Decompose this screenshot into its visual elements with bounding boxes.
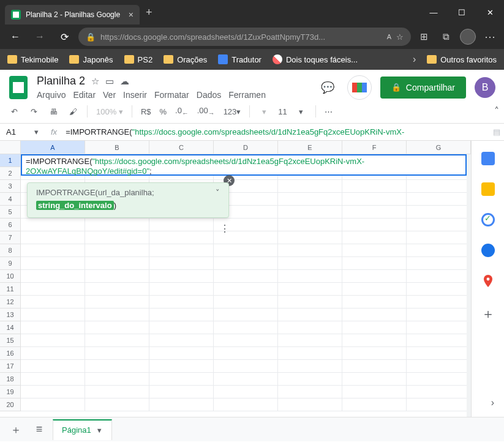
undo-button[interactable]: ↶ bbox=[6, 103, 22, 119]
cell[interactable] bbox=[342, 270, 407, 283]
row-header[interactable]: 5 bbox=[0, 206, 21, 219]
cell[interactable] bbox=[342, 347, 407, 360]
row-header[interactable]: 11 bbox=[0, 283, 21, 296]
cell[interactable] bbox=[214, 244, 278, 257]
bookmark-tradutor[interactable]: Tradutor bbox=[216, 54, 264, 64]
browser-menu-button[interactable]: ⋯ bbox=[481, 28, 499, 46]
cell[interactable] bbox=[214, 360, 278, 373]
menu-inserir[interactable]: Inserir bbox=[123, 90, 147, 100]
toolbar-more-button[interactable]: ⋯ bbox=[322, 107, 336, 116]
row-header[interactable]: 16 bbox=[0, 347, 21, 360]
cell[interactable] bbox=[407, 283, 471, 296]
cell[interactable] bbox=[85, 309, 149, 321]
grid[interactable]: A B C D E F G 12345678910111213141516171… bbox=[0, 141, 471, 417]
cell[interactable] bbox=[149, 296, 214, 309]
cell[interactable] bbox=[21, 296, 85, 309]
row-header[interactable]: 1 bbox=[0, 154, 21, 167]
cell[interactable] bbox=[214, 257, 278, 270]
toolbar-collapse-button[interactable]: ˄ bbox=[494, 105, 499, 117]
cell[interactable] bbox=[407, 193, 471, 206]
cell[interactable] bbox=[278, 270, 342, 283]
cell[interactable] bbox=[278, 296, 342, 309]
cell[interactable] bbox=[85, 219, 149, 231]
cell[interactable] bbox=[85, 334, 149, 347]
cell[interactable] bbox=[278, 193, 342, 206]
menu-arquivo[interactable]: Arquivo bbox=[37, 90, 66, 100]
cell[interactable] bbox=[342, 296, 407, 309]
cell[interactable] bbox=[342, 321, 407, 334]
cell[interactable] bbox=[85, 270, 149, 283]
cell[interactable] bbox=[278, 398, 342, 411]
row-header[interactable]: 14 bbox=[0, 321, 21, 334]
share-button[interactable]: 🔒 Compartilhar bbox=[380, 77, 466, 99]
cell[interactable] bbox=[85, 398, 149, 411]
cell[interactable] bbox=[342, 360, 407, 373]
cell[interactable] bbox=[214, 283, 278, 296]
site-lock-icon[interactable]: 🔒 bbox=[86, 32, 96, 42]
cell[interactable] bbox=[214, 398, 278, 411]
cell[interactable] bbox=[407, 386, 471, 398]
cell[interactable] bbox=[85, 244, 149, 257]
row-header[interactable]: 2 bbox=[0, 167, 21, 180]
cell[interactable] bbox=[21, 334, 85, 347]
window-maximize-button[interactable]: ☐ bbox=[448, 0, 476, 24]
cell[interactable] bbox=[342, 193, 407, 206]
cell[interactable] bbox=[149, 386, 214, 398]
cell[interactable] bbox=[149, 219, 214, 231]
col-header-b[interactable]: B bbox=[85, 141, 149, 154]
cell[interactable] bbox=[85, 257, 149, 270]
bookmark-oracoes[interactable]: Orações bbox=[161, 55, 209, 64]
hint-collapse-icon[interactable]: ˅ bbox=[216, 188, 220, 197]
formula-bar-expand-icon[interactable]: ▤ bbox=[489, 127, 504, 136]
cell[interactable] bbox=[407, 373, 471, 386]
add-sheet-button[interactable]: ＋ bbox=[6, 421, 26, 439]
cell[interactable] bbox=[21, 257, 85, 270]
cell[interactable] bbox=[278, 244, 342, 257]
sheet-tab-pagina1[interactable]: Página1 ▼ bbox=[53, 419, 112, 440]
cell[interactable] bbox=[342, 206, 407, 219]
collections-icon[interactable]: ⧉ bbox=[437, 28, 455, 46]
cell[interactable] bbox=[149, 270, 214, 283]
row-header[interactable]: 19 bbox=[0, 386, 21, 398]
cell[interactable] bbox=[21, 321, 85, 334]
cell[interactable] bbox=[149, 321, 214, 334]
cell[interactable] bbox=[278, 334, 342, 347]
nav-back-button[interactable]: ← bbox=[5, 28, 26, 46]
formula-input[interactable]: =IMPORTRANGE("https://docs.google.com/sp… bbox=[66, 127, 489, 136]
cell[interactable] bbox=[214, 373, 278, 386]
row-header[interactable]: 4 bbox=[0, 193, 21, 206]
zoom-select[interactable]: 100% ▾ bbox=[94, 107, 126, 116]
increase-decimal-button[interactable]: .00→ bbox=[195, 106, 217, 117]
cell-editor[interactable]: =IMPORTRANGE("https://docs.google.com/sp… bbox=[21, 154, 467, 176]
cell[interactable] bbox=[149, 309, 214, 321]
paint-format-button[interactable]: 🖌 bbox=[65, 103, 81, 119]
url-box[interactable]: 🔒 https://docs.google.com/spreadsheets/d… bbox=[78, 28, 411, 46]
nav-reload-button[interactable]: ⟳ bbox=[54, 28, 75, 46]
hint-more-icon[interactable]: ⋮ bbox=[220, 223, 230, 234]
cell[interactable] bbox=[278, 360, 342, 373]
cell[interactable] bbox=[21, 270, 85, 283]
col-header-g[interactable]: G bbox=[407, 141, 471, 154]
cell[interactable] bbox=[21, 244, 85, 257]
cell[interactable] bbox=[85, 347, 149, 360]
col-header-c[interactable]: C bbox=[149, 141, 214, 154]
row-header[interactable]: 3 bbox=[0, 180, 21, 193]
row-header[interactable]: 12 bbox=[0, 296, 21, 309]
cell[interactable] bbox=[342, 283, 407, 296]
cell[interactable] bbox=[85, 321, 149, 334]
hide-sidepanel-button[interactable]: › bbox=[491, 397, 494, 408]
tasks-addon-icon[interactable] bbox=[481, 213, 495, 226]
cell[interactable] bbox=[214, 334, 278, 347]
sheet-tab-menu-icon[interactable]: ▼ bbox=[96, 427, 103, 434]
cell[interactable] bbox=[407, 231, 471, 244]
cell[interactable] bbox=[214, 321, 278, 334]
menu-dados[interactable]: Dados bbox=[197, 90, 221, 100]
cell[interactable] bbox=[407, 309, 471, 321]
cell[interactable] bbox=[149, 347, 214, 360]
fav-star-icon[interactable]: ☆ bbox=[396, 32, 404, 42]
menu-formatar[interactable]: Formatar bbox=[154, 90, 189, 100]
cell[interactable] bbox=[407, 244, 471, 257]
keep-addon-icon[interactable] bbox=[481, 182, 495, 196]
currency-button[interactable]: R$ bbox=[138, 107, 154, 116]
row-header[interactable]: 13 bbox=[0, 309, 21, 321]
